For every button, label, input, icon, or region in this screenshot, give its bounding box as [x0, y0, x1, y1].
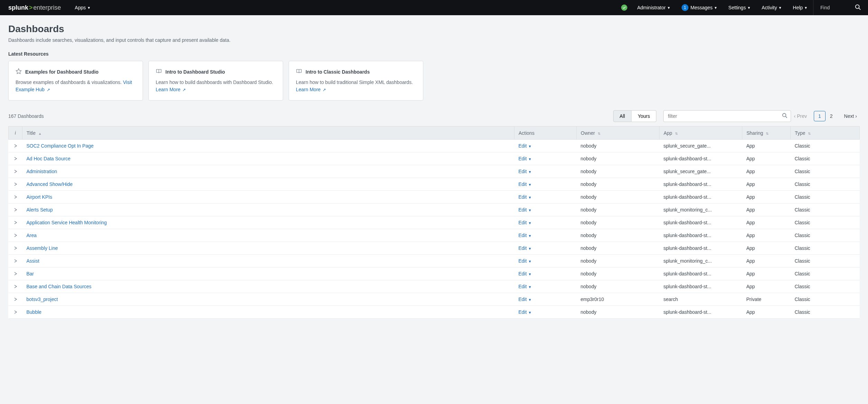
col-type[interactable]: Type ⇅: [791, 126, 860, 140]
expand-row-button[interactable]: [9, 191, 22, 204]
expand-row-button[interactable]: [9, 267, 22, 280]
card-title-text: Intro to Classic Dashboards: [306, 69, 370, 75]
administrator-menu[interactable]: Administrator▼: [631, 0, 676, 15]
expand-row-button[interactable]: [9, 204, 22, 216]
caret-down-icon: ▼: [714, 6, 717, 10]
page-number-1[interactable]: 1: [814, 111, 826, 121]
col-title[interactable]: Title ▲: [22, 126, 514, 140]
pagination: ‹ Prev 12 Next ›: [791, 111, 860, 121]
help-menu[interactable]: Help▼: [787, 0, 813, 15]
edit-dropdown[interactable]: Edit▼: [519, 169, 532, 174]
filter-input[interactable]: [663, 110, 791, 122]
edit-dropdown[interactable]: Edit▼: [519, 143, 532, 149]
edit-dropdown[interactable]: Edit▼: [519, 309, 532, 315]
dashboard-link[interactable]: Airport KPIs: [27, 194, 52, 200]
row-title: Bubble: [22, 306, 514, 319]
next-page-button[interactable]: Next ›: [841, 111, 860, 121]
dashboard-link[interactable]: Alerts Setup: [27, 207, 53, 213]
status-ok-icon[interactable]: [621, 4, 627, 11]
edit-dropdown[interactable]: Edit▼: [519, 156, 532, 161]
external-link-icon: ↗: [47, 87, 50, 92]
card-link[interactable]: Learn More ↗: [156, 87, 186, 92]
row-owner: nobody: [577, 152, 659, 165]
expand-row-button[interactable]: [9, 165, 22, 178]
sort-icon: ⇅: [766, 132, 769, 135]
dashboard-link[interactable]: Advanced Show/Hide: [27, 181, 73, 187]
brand-logo[interactable]: splunk>enterprise: [0, 4, 69, 11]
row-title: SOC2 Compliance Opt In Page: [22, 140, 514, 152]
dashboard-link[interactable]: Bubble: [27, 309, 42, 315]
caret-down-icon: ▼: [528, 247, 532, 251]
expand-row-button[interactable]: [9, 178, 22, 191]
search-icon[interactable]: [855, 4, 861, 11]
edit-dropdown[interactable]: Edit▼: [519, 233, 532, 238]
edit-dropdown[interactable]: Edit▼: [519, 194, 532, 200]
edit-dropdown[interactable]: Edit▼: [519, 220, 532, 225]
book-icon: [156, 68, 162, 75]
edit-dropdown[interactable]: Edit▼: [519, 271, 532, 276]
edit-dropdown[interactable]: Edit▼: [519, 258, 532, 264]
expand-row-button[interactable]: [9, 280, 22, 293]
dashboards-table: i Title ▲ Actions Owner ⇅ App ⇅ Sharing …: [8, 126, 860, 319]
edit-dropdown[interactable]: Edit▼: [519, 245, 532, 251]
messages-label: Messages: [691, 5, 713, 10]
global-find[interactable]: [813, 0, 868, 15]
dashboard-link[interactable]: Application Service Health Monitoring: [27, 220, 107, 225]
table-row: Assembly LineEdit▼nobodysplunk-dashboard…: [9, 242, 860, 255]
col-sharing[interactable]: Sharing ⇅: [742, 126, 791, 140]
expand-row-button[interactable]: [9, 152, 22, 165]
list-toolbar: 167 Dashboards All Yours ‹ Prev 12 Next …: [8, 110, 860, 122]
caret-down-icon: ▼: [528, 272, 532, 276]
row-owner: nobody: [577, 204, 659, 216]
filter-yours-button[interactable]: Yours: [631, 110, 656, 122]
card-title-text: Intro to Dashboard Studio: [165, 69, 225, 75]
filter-all-button[interactable]: All: [613, 110, 632, 122]
caret-down-icon: ▼: [804, 6, 808, 10]
dashboard-link[interactable]: Assist: [27, 258, 39, 264]
dashboard-link[interactable]: botsv3_project: [27, 297, 58, 302]
dashboard-link[interactable]: Area: [27, 233, 37, 238]
card-link[interactable]: Learn More ↗: [296, 87, 326, 92]
brand-chevron-icon: >: [29, 4, 33, 11]
card-link[interactable]: Visit Example Hub ↗: [16, 79, 132, 92]
expand-row-button[interactable]: [9, 140, 22, 152]
edit-dropdown[interactable]: Edit▼: [519, 297, 532, 302]
search-icon[interactable]: [782, 113, 788, 120]
activity-menu[interactable]: Activity▼: [756, 0, 787, 15]
edit-dropdown[interactable]: Edit▼: [519, 284, 532, 289]
row-type: Classic: [791, 216, 860, 229]
row-app: splunk_monitoring_c...: [659, 255, 742, 267]
row-app: splunk-dashboard-st...: [659, 178, 742, 191]
sort-icon: ⇅: [808, 132, 811, 135]
dashboard-link[interactable]: Assembly Line: [27, 245, 58, 251]
expand-row-button[interactable]: [9, 293, 22, 306]
row-app: splunk_secure_gate...: [659, 165, 742, 178]
apps-menu[interactable]: Apps▼: [69, 0, 96, 15]
edit-dropdown[interactable]: Edit▼: [519, 207, 532, 213]
expand-row-button[interactable]: [9, 229, 22, 242]
dashboard-link[interactable]: Bar: [27, 271, 34, 276]
messages-menu[interactable]: 1 Messages▼: [676, 0, 723, 15]
expand-row-button[interactable]: [9, 306, 22, 319]
edit-dropdown[interactable]: Edit▼: [519, 181, 532, 187]
row-type: Classic: [791, 191, 860, 204]
card-title: Intro to Classic Dashboards: [296, 68, 416, 75]
col-app[interactable]: App ⇅: [659, 126, 742, 140]
expand-row-button[interactable]: [9, 216, 22, 229]
row-app: splunk-dashboard-st...: [659, 191, 742, 204]
find-input[interactable]: [820, 5, 848, 10]
expand-row-button[interactable]: [9, 242, 22, 255]
dashboard-link[interactable]: Ad Hoc Data Source: [27, 156, 71, 161]
dashboard-link[interactable]: Administration: [27, 169, 57, 174]
row-actions: Edit▼: [514, 191, 577, 204]
expand-row-button[interactable]: [9, 255, 22, 267]
dashboard-link[interactable]: Base and Chain Data Sources: [27, 284, 91, 289]
dashboard-link[interactable]: SOC2 Compliance Opt In Page: [27, 143, 94, 149]
row-title: Administration: [22, 165, 514, 178]
card-body: Browse examples of dashboards & visualiz…: [16, 79, 136, 93]
row-app: splunk_secure_gate...: [659, 140, 742, 152]
settings-menu[interactable]: Settings▼: [723, 0, 756, 15]
col-owner[interactable]: Owner ⇅: [577, 126, 659, 140]
row-owner: nobody: [577, 216, 659, 229]
page-number-2[interactable]: 2: [826, 111, 837, 121]
